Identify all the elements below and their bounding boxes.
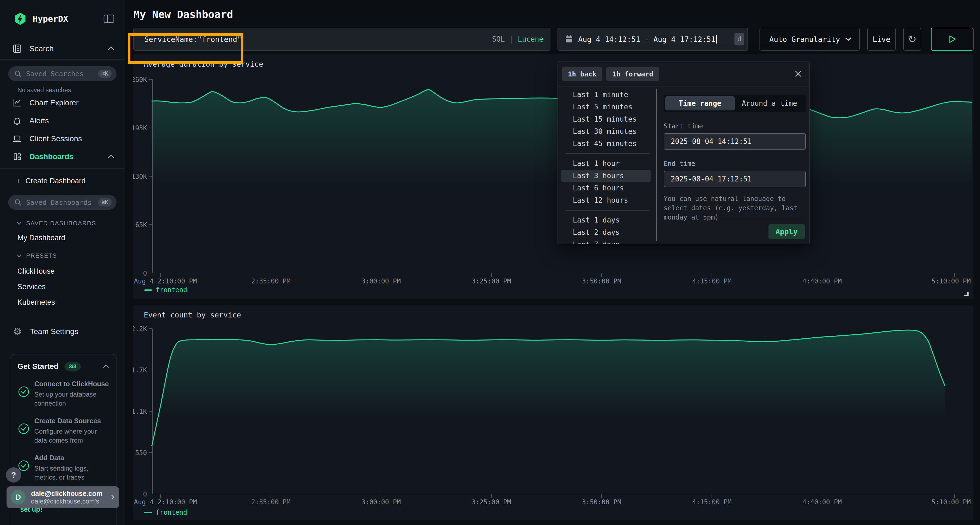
axis-label: 3:25:00 PM: [472, 498, 511, 506]
axis-label: 1.1K: [134, 408, 147, 416]
chart-panel-event-count: Event count by service 2.2K1.7K1.1K5500A…: [134, 305, 974, 520]
time-range-option[interactable]: Last 3 hours: [561, 170, 651, 182]
natural-language-hint: You can use natural language to select d…: [664, 194, 806, 222]
check-circle-icon: [18, 423, 30, 435]
run-query-button[interactable]: [931, 28, 974, 51]
time-range-option[interactable]: Last 6 hours: [561, 182, 651, 194]
bell-icon: [13, 116, 22, 125]
shift-back-button[interactable]: 1h back: [562, 67, 603, 81]
saved-searches-placeholder: Saved Searches: [26, 70, 98, 78]
axis-label: 550: [135, 449, 147, 457]
axis-label: 4:40:00 PM: [802, 498, 842, 506]
app-title: HyperDX: [33, 14, 103, 24]
sidebar-item-label: Alerts: [29, 116, 115, 125]
time-range-option[interactable]: Last 2 days: [561, 226, 651, 239]
sidebar-item-clickhouse[interactable]: ClickHouse: [18, 267, 125, 276]
close-button[interactable]: [792, 68, 803, 80]
refresh-icon: ↻: [908, 33, 916, 45]
sidebar-item-kubernetes[interactable]: Kubernetes: [18, 298, 125, 306]
cmd-k-shortcut: ⌘K: [98, 70, 111, 78]
laptop-icon: [13, 134, 22, 143]
sidebar-item-my-dashboard[interactable]: My Dashboard: [18, 234, 125, 242]
time-range-option[interactable]: Last 1 minute: [561, 89, 651, 101]
axis-label: Aug 4 2:10:00 PM: [134, 498, 197, 506]
sidebar-item-team-settings[interactable]: ⚙ Team Settings: [13, 324, 115, 340]
tab-around-a-time[interactable]: Around a time: [735, 96, 804, 111]
lucene-toggle[interactable]: Lucene: [518, 35, 543, 43]
saved-searches-input[interactable]: Saved Searches ⌘K: [8, 67, 116, 81]
get-started-item[interactable]: Connect to ClickHouse Set up your databa…: [18, 379, 110, 408]
apply-button[interactable]: Apply: [768, 224, 805, 239]
start-time-input[interactable]: 2025-08-04 14:12:51: [664, 133, 806, 150]
axis-label: 195K: [134, 124, 147, 132]
chevron-up-icon: [102, 364, 110, 369]
text-cursor: [716, 35, 717, 43]
get-started-item[interactable]: Create Data Sources Configure where your…: [18, 416, 110, 445]
sidebar-item-dashboards[interactable]: Dashboards: [13, 148, 115, 166]
saved-dashboards-placeholder: Saved Dashboards: [26, 198, 98, 206]
divider: [0, 168, 125, 169]
user-subtext: dale@clickhouse.com's: [31, 498, 111, 505]
time-range-option[interactable]: Last 7 days: [561, 239, 651, 244]
sidebar-item-search[interactable]: Search: [13, 41, 115, 57]
user-menu[interactable]: D dale@clickhouse.com dale@clickhouse.co…: [6, 486, 119, 508]
time-range-option[interactable]: Last 45 minutes: [561, 138, 651, 150]
page-title: My New Dashboard: [134, 8, 980, 21]
time-range-option[interactable]: Last 1 hour: [561, 157, 651, 170]
axis-label: 3:00:00 PM: [361, 278, 401, 285]
help-button[interactable]: ?: [6, 467, 21, 482]
search-icon: [14, 70, 22, 78]
axis-label: 3:50:00 PM: [582, 498, 622, 506]
shift-forward-button[interactable]: 1h forward: [606, 67, 659, 81]
resize-handle-icon[interactable]: [964, 292, 969, 296]
chevron-down-icon: [16, 254, 22, 258]
popup-footer: Apply: [664, 219, 805, 244]
line-chart: 260K195K130K65K0Aug 4 2:10:00 PM2:35:00 …: [134, 54, 974, 299]
chart-title: Average duration by service: [144, 60, 263, 68]
hyperdx-logo-icon: [14, 12, 27, 25]
axis-label: 130K: [134, 173, 147, 180]
app-root: HyperDX Search Saved Searches ⌘K No save…: [0, 0, 980, 525]
sidebar-item-services[interactable]: Services: [18, 282, 125, 291]
live-button[interactable]: Live: [867, 28, 896, 51]
sql-toggle[interactable]: SQL: [492, 35, 505, 43]
time-range-option[interactable]: Last 12 hours: [561, 194, 651, 206]
time-range-option[interactable]: Last 5 minutes: [561, 101, 651, 113]
get-started-item[interactable]: Add Data Start sending logs, metrics, or…: [18, 453, 110, 482]
sidebar-collapse-icon[interactable]: [103, 13, 115, 24]
presets-header[interactable]: PRESETS: [16, 251, 125, 260]
chart-legend[interactable]: frontend: [144, 509, 187, 516]
end-time-input[interactable]: 2025-08-04 17:12:51: [664, 171, 806, 187]
time-range-option[interactable]: Last 15 minutes: [561, 113, 651, 125]
time-range-option[interactable]: Last 1 days: [561, 214, 651, 226]
chart-title: Event count by service: [144, 311, 241, 319]
dashboard-grid-icon: [13, 152, 22, 161]
sidebar-item-chart-explorer[interactable]: Chart Explorer: [13, 94, 115, 112]
create-dashboard-button[interactable]: + Create Dashboard: [16, 173, 115, 189]
granularity-select[interactable]: Auto Granularity: [759, 28, 860, 51]
saved-dashboards-header[interactable]: SAVED DASHBOARDS: [16, 219, 125, 228]
get-started-header[interactable]: Get Started 3/3: [18, 362, 110, 371]
avatar: D: [11, 490, 25, 504]
refresh-button[interactable]: ↻: [903, 28, 921, 51]
time-range-input[interactable]: Aug 4 14:12:51 - Aug 4 17:12:51 d: [557, 28, 748, 51]
popup-header: 1h back 1h forward: [558, 62, 809, 87]
sidebar-item-client-sessions[interactable]: Client Sessions: [13, 130, 115, 148]
chevron-up-icon: [107, 46, 115, 51]
scrollbar[interactable]: [656, 89, 657, 241]
sidebar-item-alerts[interactable]: Alerts: [13, 112, 115, 130]
axis-label: 4:15:00 PM: [692, 278, 732, 285]
saved-dashboards-input[interactable]: Saved Dashboards ⌘K: [8, 195, 116, 210]
sidebar-item-label: Chart Explorer: [29, 98, 115, 107]
tab-time-range[interactable]: Time range: [665, 96, 735, 111]
chart-line-icon: [13, 98, 22, 108]
axis-label: 2:35:00 PM: [251, 498, 291, 506]
chart-panel-avg-duration: Average duration by service 260K195K130K…: [134, 54, 974, 299]
chart-legend[interactable]: frontend: [144, 286, 187, 294]
divider: [566, 154, 649, 154]
divider: [566, 210, 649, 211]
start-time-label: Start time: [664, 122, 806, 130]
time-range-option[interactable]: Last 30 minutes: [561, 125, 651, 138]
query-search-input[interactable]: ServiceName:"frontend" SQL | Lucene: [134, 28, 550, 51]
sidebar-item-label: Dashboards: [29, 152, 107, 161]
